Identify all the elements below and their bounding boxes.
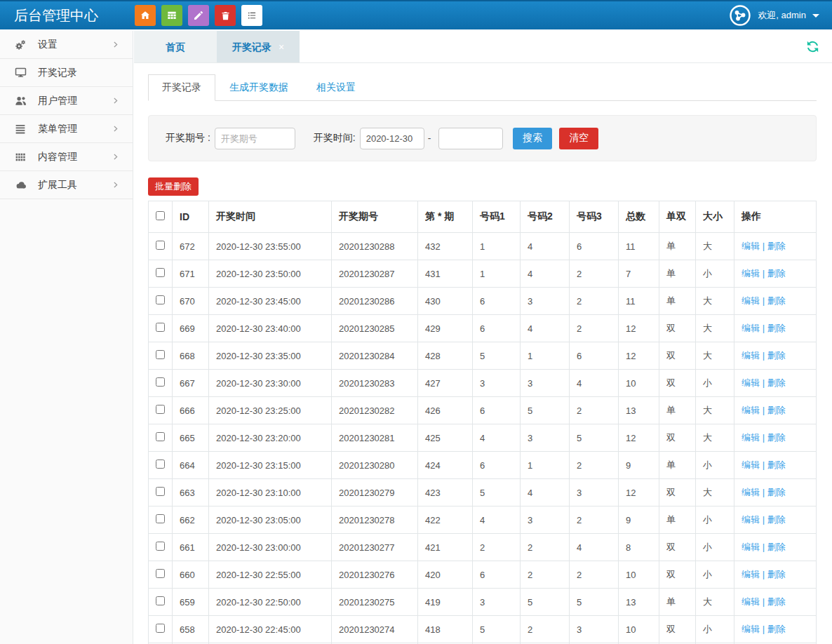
edit-link[interactable]: 编辑 [742,268,760,279]
cell-id: 666 [173,397,209,424]
edit-link[interactable]: 编辑 [742,405,760,415]
edit-link[interactable]: 编辑 [742,350,760,361]
issue-input[interactable] [215,128,295,149]
row-checkbox[interactable] [156,295,165,304]
delete-link[interactable]: 删除 [767,459,786,470]
row-checkbox[interactable] [156,459,165,469]
sidebar-item-menu-management[interactable]: 菜单管理 [0,115,133,143]
cell-num1: 4 [473,507,521,534]
cell-ops: 编辑 | 删除 [734,616,817,643]
cell-time: 2020-12-30 23:05:00 [209,507,332,534]
monitor-icon [14,66,27,79]
sidebar-item-settings[interactable]: 设置 [0,31,133,59]
edit-link[interactable]: 编辑 [742,377,760,388]
subtab-generate[interactable]: 生成开奖数据 [215,74,302,101]
subtab-records[interactable]: 开奖记录 [148,74,215,101]
delete-link[interactable]: 删除 [767,487,786,497]
cell-issue: 20201230279 [332,479,418,507]
cell-num1: 1 [473,260,521,288]
edit-link[interactable]: 编辑 [742,487,760,497]
table-row: 6722020-12-30 23:55:00202012302884321461… [149,233,817,260]
delete-link[interactable]: 删除 [767,542,786,552]
edit-link[interactable]: 编辑 [742,295,760,306]
cell-time: 2020-12-30 23:25:00 [209,397,332,424]
delete-link[interactable]: 删除 [767,405,786,415]
cell-num3: 6 [570,233,619,260]
edit-link[interactable]: 编辑 [742,596,760,607]
row-checkbox[interactable] [156,569,165,578]
clear-button[interactable]: 清空 [559,128,598,149]
row-checkbox[interactable] [156,377,165,387]
delete-link[interactable]: 删除 [767,377,786,388]
tab-lottery-records[interactable]: 开奖记录× [217,31,300,62]
row-checkbox[interactable] [156,514,165,523]
cell-big-small: 小 [696,507,734,534]
cell-total: 10 [619,561,659,589]
home-quick-button[interactable] [135,5,156,26]
row-checkbox[interactable] [156,241,165,250]
row-checkbox[interactable] [156,432,165,441]
calendar-quick-button[interactable] [161,5,182,26]
delete-link[interactable]: 删除 [767,323,786,333]
row-checkbox[interactable] [156,350,165,359]
list-quick-button[interactable] [241,5,262,26]
edit-link[interactable]: 编辑 [742,432,760,443]
cell-num2: 1 [521,342,570,370]
cell-id: 658 [173,616,209,643]
row-checkbox[interactable] [156,624,165,633]
sidebar-item-content-management[interactable]: 内容管理 [0,143,133,171]
edit-link[interactable]: 编辑 [742,241,760,251]
row-checkbox[interactable] [156,405,165,414]
edit-link[interactable]: 编辑 [742,569,760,579]
delete-link[interactable]: 删除 [767,569,786,579]
row-checkbox[interactable] [156,268,165,277]
sidebar-item-user-management[interactable]: 用户管理 [0,87,133,115]
edit-link[interactable]: 编辑 [742,323,760,333]
cell-id: 660 [173,561,209,589]
delete-link[interactable]: 删除 [767,268,786,279]
edit-link[interactable]: 编辑 [742,459,760,470]
select-all-checkbox[interactable] [156,211,165,220]
batch-delete-button[interactable]: 批量删除 [148,177,199,196]
search-button[interactable]: 搜索 [513,128,552,149]
user-dropdown[interactable]: 欢迎, admin [729,4,832,27]
edit-link[interactable]: 编辑 [742,542,760,552]
edit-link[interactable]: 编辑 [742,514,760,525]
cell-period: 420 [418,561,473,589]
delete-link[interactable]: 删除 [767,241,786,251]
trash-quick-button[interactable] [215,5,236,26]
cell-num1: 1 [473,233,521,260]
pencil-quick-button[interactable] [188,5,209,26]
row-checkbox[interactable] [156,487,165,496]
cell-num2: 3 [521,424,570,452]
ops-separator: | [763,377,765,388]
chevron-right-icon [111,152,120,161]
delete-link[interactable]: 删除 [767,596,786,607]
cell-issue: 20201230285 [332,315,418,342]
tab-close-icon[interactable]: × [279,41,284,53]
cell-total: 12 [619,479,659,507]
tab-home[interactable]: 首页 [134,31,217,62]
cell-num3: 2 [570,260,619,288]
delete-link[interactable]: 删除 [767,432,786,443]
row-checkbox[interactable] [156,542,165,551]
row-checkbox[interactable] [156,596,165,605]
delete-link[interactable]: 删除 [767,514,786,525]
sidebar-item-extension-tools[interactable]: 扩展工具 [0,171,133,199]
sidebar-item-lottery-records[interactable]: 开奖记录 [0,59,133,87]
row-checkbox[interactable] [156,323,165,332]
delete-link[interactable]: 删除 [767,350,786,361]
delete-link[interactable]: 删除 [767,624,786,634]
cell-ops: 编辑 | 删除 [734,534,817,561]
time-to-input[interactable] [438,128,503,149]
ops-separator: | [763,241,765,251]
subtab-settings[interactable]: 相关设置 [302,74,370,101]
delete-link[interactable]: 删除 [767,295,786,306]
edit-link[interactable]: 编辑 [742,624,760,634]
column-header: 开奖时间 [209,201,332,233]
refresh-button[interactable] [805,39,821,58]
cell-big-small: 大 [696,288,734,315]
cell-ops: 编辑 | 删除 [734,233,817,260]
time-from-input[interactable] [360,128,424,149]
cell-ops: 编辑 | 删除 [734,589,817,616]
